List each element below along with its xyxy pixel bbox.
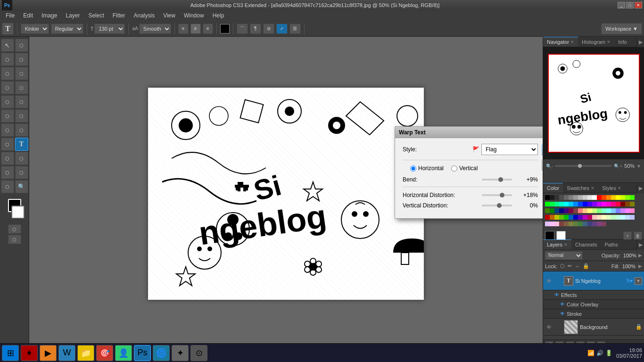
fill-arrow-icon[interactable]: ▶ [638,263,642,269]
tab-swatches[interactable]: Swatches ✕ [563,183,598,193]
warp-vertical-option[interactable]: Vertical [451,165,478,172]
quick-mask-button[interactable]: ⬡ [8,224,21,234]
network-tray-icon[interactable]: 📶 [587,350,594,356]
foreground-color-swatch[interactable] [545,231,554,240]
color-cell[interactable] [620,208,625,213]
color-cell[interactable] [616,208,620,213]
color-cell[interactable] [583,195,587,200]
font-style-select[interactable]: Regular [51,24,83,34]
layers-panel-arrow[interactable]: ▶ [636,239,644,250]
dodge-tool[interactable]: ⬡ [15,123,28,137]
color-cell[interactable] [602,202,606,206]
warp-bend-track[interactable] [482,179,512,181]
align-right-button[interactable]: ≡ [203,24,213,34]
color-cell[interactable] [597,222,602,226]
color-cell[interactable] [592,195,597,200]
warp-text-button[interactable]: ⌒ [237,24,248,34]
color-cell[interactable] [545,215,550,220]
blur-tool[interactable]: ⬡ [1,123,14,137]
new-swatch-button[interactable]: + [623,231,632,240]
tab-navigator[interactable]: Navigator ✕ [543,37,578,47]
menu-file[interactable]: File [2,11,18,20]
background-color[interactable] [11,206,25,219]
text-color-swatch[interactable] [220,24,230,33]
taskbar-app-3[interactable]: W [58,345,75,361]
color-cell[interactable] [573,215,578,220]
tab-styles[interactable]: Styles ✕ [598,183,625,193]
color-cell[interactable] [625,208,630,213]
color-cell[interactable] [625,195,630,200]
layer-visibility-background[interactable]: 👁 [545,323,553,331]
color-cell[interactable] [564,195,569,200]
zoom-slider[interactable] [555,165,612,167]
tab-paths[interactable]: Paths [601,239,622,249]
color-panel-arrow[interactable]: ▶ [636,183,644,193]
lock-pixels-icon[interactable]: ✏ [568,263,572,269]
lock-position-icon[interactable]: ↔ [575,263,580,269]
color-cell[interactable] [550,208,554,213]
color-cell[interactable] [554,195,559,200]
menu-analysis[interactable]: Analysis [130,11,158,20]
taskbar-ps-active[interactable]: Ps [134,345,151,361]
color-cell[interactable] [630,202,635,206]
color-cell[interactable] [564,222,569,226]
view-options-button[interactable]: ☰ [289,24,301,34]
warp-vertical-radio[interactable] [451,165,457,172]
warp-horizontal-option[interactable]: Horizontal [410,165,444,172]
zoom-menu-icon[interactable]: ▼ [636,164,641,169]
warp-v-dist-track[interactable] [482,205,512,206]
maximize-button[interactable]: □ [626,2,634,8]
gradient-tool[interactable]: ⬡ [15,109,28,123]
blend-mode-select[interactable]: Normal [545,251,583,260]
color-cell[interactable] [573,208,578,213]
color-cell[interactable] [602,222,606,226]
tab-info[interactable]: Info [614,37,630,47]
color-cell[interactable] [606,215,611,220]
menu-help[interactable]: Help [209,11,228,20]
history-brush-tool[interactable]: ⬡ [15,95,28,108]
color-cell[interactable] [583,208,587,213]
path-selection-tool[interactable]: ⬡ [1,152,14,165]
pen-tool[interactable]: ⬡ [1,138,14,151]
color-cell[interactable] [602,215,606,220]
brush-tool[interactable]: ⬡ [15,81,28,94]
align-center-button[interactable]: ≡ [190,24,201,34]
color-cell[interactable] [569,208,573,213]
color-cell[interactable] [611,208,616,213]
stroke-eye-icon[interactable]: 👁 [560,311,565,316]
warp-bend-thumb[interactable] [498,177,503,182]
tab-histogram[interactable]: Histogram ✕ [578,37,614,47]
slice-tool[interactable]: ⬡ [15,67,28,80]
color-cell[interactable] [554,202,559,206]
color-cell[interactable] [616,202,620,206]
taskbar-app-5[interactable]: 🎯 [96,345,113,361]
color-cell[interactable] [616,215,620,220]
color-cell[interactable] [550,195,554,200]
menu-window[interactable]: Window [180,11,208,20]
color-cell[interactable] [550,222,554,226]
color-cell[interactable] [630,215,635,220]
menu-view[interactable]: View [159,11,179,20]
color-cell[interactable] [625,215,630,220]
color-cell[interactable] [554,208,559,213]
zoom-out-icon[interactable]: 🔍- [546,164,553,169]
color-cell[interactable] [611,215,616,220]
layers-tab-close[interactable]: ✕ [564,242,568,247]
minimize-button[interactable]: _ [618,2,625,8]
color-cell[interactable] [597,215,602,220]
color-cell[interactable] [578,215,583,220]
color-cell[interactable] [620,202,625,206]
start-button[interactable]: ⊞ [2,345,19,361]
quick-select-tool[interactable]: ⬡ [15,53,28,66]
healing-brush-tool[interactable]: ⬡ [1,81,14,94]
color-cell[interactable] [597,208,602,213]
opacity-arrow-icon[interactable]: ▶ [638,253,642,258]
color-cell[interactable] [606,208,611,213]
layer-item-si-ngeblog[interactable]: 👁 T Si Ngeblog fx▾ ▼ [543,272,644,290]
effect-color-overlay[interactable]: 👁 Color Overlay [543,300,644,309]
background-color-swatch[interactable] [556,231,566,240]
warp-h-dist-track[interactable] [482,194,512,196]
warp-horizontal-radio[interactable] [410,165,416,172]
color-cell[interactable] [564,208,569,213]
color-cell[interactable] [564,215,569,220]
